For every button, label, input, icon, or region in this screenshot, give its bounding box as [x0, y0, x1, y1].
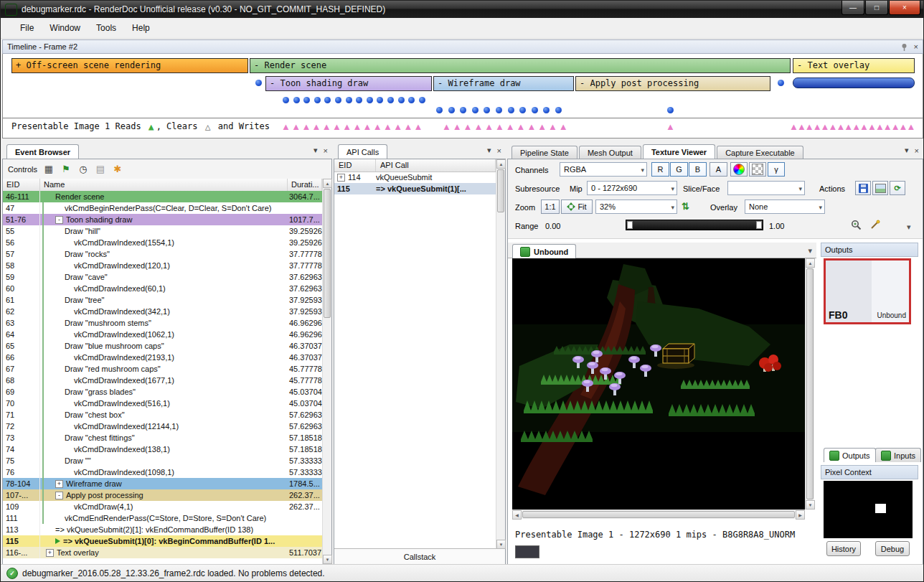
draw-event-dot[interactable] — [667, 107, 674, 113]
event-row[interactable]: 59Draw "cave"37.62963 — [3, 271, 322, 283]
event-browser-scrollbar[interactable]: ▲ ▼ — [322, 179, 331, 564]
draw-event-dot[interactable] — [408, 97, 415, 103]
draw-event-dot[interactable] — [419, 97, 425, 103]
range-options-icon[interactable]: ▾ — [907, 222, 911, 232]
event-row[interactable]: 64vkCmdDrawIndexed(1062,1)46.96296 — [3, 329, 322, 340]
write-triangle-icon[interactable]: ▲ — [291, 122, 301, 131]
scrollbar-thumb[interactable] — [497, 169, 504, 212]
draw-event-dot[interactable] — [367, 97, 373, 103]
write-triangle-icon[interactable]: ▲ — [332, 122, 341, 131]
draw-event-dot[interactable] — [436, 107, 443, 113]
menu-help[interactable]: Help — [124, 20, 158, 36]
expand-icon[interactable]: + — [46, 549, 54, 557]
time-draws-icon[interactable]: ◷ — [77, 163, 90, 176]
tab-capture-executable[interactable]: Capture Executable — [717, 146, 803, 159]
write-triangle-icon[interactable]: ▲ — [666, 122, 675, 131]
event-row[interactable]: 69Draw "grass blades"45.03704 — [3, 386, 322, 398]
draw-event-dot[interactable] — [778, 80, 784, 86]
scroll-down-icon[interactable]: ▼ — [323, 555, 332, 564]
write-triangle-icon[interactable]: ▲ — [393, 122, 402, 131]
api-calls-scrollbar[interactable]: ▲ ▼ — [496, 159, 505, 549]
draw-event-dot[interactable] — [460, 107, 466, 113]
tab-mesh-output[interactable]: Mesh Output — [579, 146, 641, 159]
close-panel-icon[interactable]: × — [915, 146, 919, 155]
maximize-button[interactable]: □ — [865, 1, 888, 15]
write-triangle-icon[interactable]: ▲ — [373, 122, 382, 131]
event-row[interactable]: 62vkCmdDrawIndexed(342,1)37.92593 — [3, 306, 322, 317]
write-triangle-icon[interactable]: ▲ — [548, 122, 557, 131]
event-row[interactable]: 74vkCmdDrawIndexed(138,1)57.18518 — [3, 443, 322, 455]
draw-event-dot[interactable] — [508, 107, 514, 113]
red-channel-button[interactable]: R — [651, 162, 669, 177]
draw-event-dot[interactable] — [387, 97, 394, 103]
tab-event-browser[interactable]: Event Browser — [6, 144, 79, 159]
close-button[interactable]: × — [889, 1, 920, 15]
scroll-right-icon[interactable]: ▶ — [796, 510, 805, 520]
slice-face-select[interactable] — [727, 181, 805, 195]
draw-event-dot[interactable] — [555, 107, 562, 113]
range-max-handle[interactable] — [756, 221, 762, 229]
draw-event-dot[interactable] — [496, 107, 502, 113]
tab-texture-viewer[interactable]: Texture Viewer — [643, 144, 715, 159]
close-panel-icon[interactable]: × — [324, 146, 328, 155]
write-triangle-icon[interactable]: ▲ — [527, 122, 536, 131]
event-row[interactable]: 73Draw "chest fittings"57.18518 — [3, 432, 322, 443]
draw-event-dot[interactable] — [532, 107, 538, 113]
write-triangle-icon[interactable]: ▲ — [463, 122, 473, 131]
history-button[interactable]: History — [826, 541, 861, 556]
expand-icon[interactable]: + — [55, 480, 63, 488]
api-call-row[interactable]: +114vkQueueSubmit — [334, 172, 496, 183]
mip-select[interactable]: 0 - 1272x690 — [587, 181, 677, 195]
event-row[interactable]: 58vkCmdDrawIndexed(120,1)37.77778 — [3, 260, 322, 271]
fb0-thumbnail[interactable]: FB0 Unbound — [824, 258, 911, 324]
event-row[interactable]: 109vkCmdDraw(4,1)262.37... — [3, 501, 322, 512]
write-triangle-icon[interactable]: ▲ — [403, 122, 412, 131]
scrollbar-thumb[interactable] — [522, 511, 795, 518]
write-triangle-icon[interactable]: ▲ — [453, 122, 462, 131]
menu-window[interactable]: Window — [42, 20, 88, 36]
stats-icon[interactable]: ▤ — [94, 163, 107, 176]
overlay-select[interactable]: None — [745, 200, 825, 214]
timeline-marker-wireframe-draw[interactable]: - Wireframe draw — [433, 76, 574, 91]
write-triangle-icon[interactable]: ▲ — [352, 122, 362, 131]
tab-pipeline-state[interactable]: Pipeline State — [512, 146, 578, 159]
draw-event-dot[interactable] — [377, 97, 383, 103]
draw-event-dot[interactable] — [448, 107, 455, 113]
zoom-range-button[interactable] — [851, 220, 862, 232]
tab-list-icon[interactable]: ▾ — [314, 146, 318, 155]
collapse-icon[interactable]: - — [55, 492, 63, 499]
event-row[interactable]: 68vkCmdDrawIndexed(1677,1)45.77778 — [3, 375, 322, 386]
write-triangle-icon[interactable]: ▲ — [312, 122, 321, 131]
pin-icon[interactable] — [900, 43, 908, 51]
event-row[interactable]: 57Draw "rocks"37.77778 — [3, 248, 322, 260]
channels-select[interactable]: RGBA — [560, 162, 647, 177]
write-triangle-icon[interactable]: ▲ — [363, 122, 372, 131]
refresh-button[interactable]: ⟳ — [890, 181, 905, 195]
tab-list-icon[interactable]: ▾ — [487, 146, 491, 155]
event-row[interactable]: 75Draw ""57.33333 — [3, 455, 322, 466]
text-overlay-draw-bar[interactable] — [793, 78, 915, 88]
draw-event-dot[interactable] — [519, 107, 526, 113]
custom-display-button[interactable] — [730, 162, 748, 177]
tab-outputs[interactable]: Outputs — [824, 448, 876, 462]
timeline-marker-text-overlay[interactable]: - Text overlay — [793, 58, 915, 73]
draw-event-dot[interactable] — [255, 80, 262, 86]
event-row[interactable]: 47vkCmdBeginRenderPass(C=Clear, D=Clear,… — [3, 202, 322, 214]
event-row[interactable]: 107-...-Apply post processing262.37... — [3, 489, 322, 501]
timeline-marker-toon-shading-draw[interactable]: - Toon shading draw — [265, 76, 432, 91]
event-row[interactable]: 116-...+Text overlay511.7037 — [3, 547, 322, 558]
scroll-left-icon[interactable]: ◀ — [512, 510, 522, 520]
event-row[interactable]: 56vkCmdDrawIndexed(1554,1)39.25926 — [3, 237, 322, 248]
close-panel-icon[interactable]: × — [914, 42, 918, 51]
draw-event-dot[interactable] — [543, 107, 550, 113]
event-row[interactable]: 115=> vkQueueSubmit(1)[0]: vkBeginComman… — [3, 535, 322, 547]
green-channel-button[interactable]: G — [670, 162, 688, 177]
debug-button[interactable]: Debug — [875, 541, 910, 556]
event-row[interactable]: 51-76-Toon shading draw1017.7... — [3, 214, 322, 225]
open-texture-list-button[interactable] — [872, 181, 888, 195]
write-triangle-icon[interactable]: ▲ — [301, 122, 311, 131]
zoom-1to1-button[interactable]: 1:1 — [541, 200, 560, 214]
write-triangle-icon[interactable]: ▲ — [281, 122, 291, 131]
event-row[interactable]: 76vkCmdDrawIndexed(1098,1)57.33333 — [3, 466, 322, 478]
draw-event-dot[interactable] — [314, 97, 321, 103]
